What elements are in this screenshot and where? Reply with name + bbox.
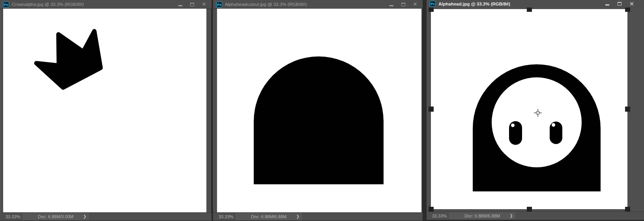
face-circle-shape — [492, 77, 582, 167]
image-canvas[interactable] — [3, 9, 206, 212]
transform-reference-point-crosshair[interactable] — [533, 108, 543, 118]
title-bar[interactable]: Ps Alphaheadcutout.jpg @ 33.3% (RGB/8#) … — [213, 0, 423, 9]
title-bar[interactable]: Ps Alphahead.jpg @ 33.3% (RGB/8#) ✕ — [427, 0, 644, 8]
window-title: Alphaheadcutout.jpg @ 33.3% (RGB/8#) — [225, 2, 307, 7]
window-title: Alphahead.jpg @ 33.3% (RGB/8#) — [438, 2, 510, 6]
dome-shape — [254, 56, 384, 184]
maximize-button[interactable] — [617, 1, 622, 7]
zoom-level-field[interactable]: 33.33% — [6, 213, 20, 221]
transform-handle-top-center[interactable] — [527, 7, 532, 12]
status-bar: 33.33% Doc: 6.88M/6.88M ❯ — [427, 212, 644, 220]
photoshop-file-icon: Ps — [216, 2, 222, 7]
transform-handle-top-right[interactable] — [625, 7, 630, 12]
status-options-chevron-icon[interactable]: ❯ — [510, 212, 513, 219]
transform-handle-top-left[interactable] — [429, 7, 434, 12]
image-canvas[interactable] — [431, 9, 627, 209]
transform-handle-middle-left[interactable] — [429, 107, 434, 112]
title-bar[interactable]: Ps Crownalpha.jpg @ 33.3% (RGB/8#) ✕ — [0, 0, 212, 9]
document-window-alphahead: Ps Alphahead.jpg @ 33.3% (RGB/8#) ✕ — [427, 0, 644, 219]
right-eye-glint — [552, 123, 555, 127]
close-button[interactable]: ✕ — [201, 2, 207, 7]
window-title: Crownalpha.jpg @ 33.3% (RGB/8#) — [12, 2, 84, 7]
zoom-level-field[interactable]: 33.33% — [432, 212, 447, 220]
transform-handle-bottom-center[interactable] — [527, 207, 532, 212]
status-options-chevron-icon[interactable]: ❯ — [83, 213, 86, 220]
document-sizes-field[interactable]: Doc: 6.88M/6.88M ❯ — [448, 212, 516, 219]
status-bar: 33.33% Doc: 6.88M/6.88M ❯ — [213, 212, 423, 221]
close-button[interactable]: ✕ — [629, 1, 635, 7]
document-window-crownalpha: Ps Crownalpha.jpg @ 33.3% (RGB/8#) ✕ 33.… — [0, 0, 212, 220]
document-sizes-field[interactable]: Doc: 6.88M/3.00M ❯ — [22, 213, 90, 220]
transform-handle-bottom-left[interactable] — [429, 207, 434, 212]
status-options-chevron-icon[interactable]: ❯ — [296, 213, 300, 220]
maximize-button[interactable] — [189, 2, 195, 7]
crown-shape — [3, 9, 206, 212]
document-sizes-value: Doc: 6.88M/6.88M — [464, 214, 500, 218]
photoshop-file-icon: Ps — [430, 1, 436, 7]
document-window-alphaheadcutout: Ps Alphaheadcutout.jpg @ 33.3% (RGB/8#) … — [213, 0, 423, 220]
left-eye-glint — [511, 124, 515, 127]
document-sizes-value: Doc: 6.88M/6.88M — [251, 214, 286, 219]
transform-handle-bottom-right[interactable] — [625, 207, 630, 212]
document-sizes-value: Doc: 6.88M/3.00M — [38, 214, 73, 219]
photoshop-file-icon: Ps — [3, 2, 9, 7]
maximize-button[interactable] — [401, 2, 406, 7]
minimize-button[interactable] — [605, 1, 610, 7]
minimize-button[interactable] — [389, 2, 394, 7]
status-bar: 33.33% Doc: 6.88M/3.00M ❯ — [0, 212, 212, 221]
minimize-button[interactable] — [178, 2, 183, 7]
pasteboard — [427, 7, 644, 212]
close-button[interactable]: ✕ — [412, 2, 418, 7]
transform-handle-middle-right[interactable] — [625, 107, 630, 112]
document-sizes-field[interactable]: Doc: 6.88M/6.88M ❯ — [235, 213, 303, 220]
image-canvas[interactable] — [217, 9, 421, 212]
zoom-level-field[interactable]: 33.33% — [219, 213, 233, 221]
